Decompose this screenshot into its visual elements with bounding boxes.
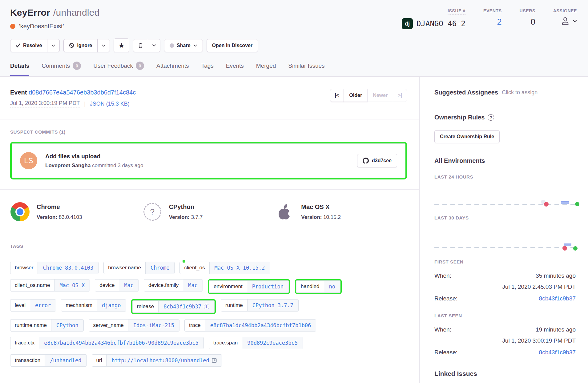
tag-key: trace.span	[209, 337, 242, 349]
tag-release: release8cb43f1c9b37i	[132, 300, 215, 313]
tag-value-link[interactable]: Production	[247, 281, 288, 292]
context-version: Version: 10.15.2	[301, 214, 341, 220]
tag-value-text: Production	[252, 283, 284, 290]
event-json-link[interactable]: JSON (15.3 KB)	[90, 101, 130, 107]
resolved-marker-dot	[575, 202, 579, 206]
tab-similar-issues[interactable]: Similar Issues	[288, 62, 324, 76]
chevron-down-icon	[152, 44, 156, 47]
older-event-button[interactable]: Older	[344, 89, 368, 102]
tag-value-link[interactable]: 8cb43f1c9b37i	[158, 301, 214, 312]
tag-value-text: django	[102, 302, 121, 308]
tag-row: browserChrome 83.0.4103browser.nameChrom…	[10, 262, 407, 274]
tag-key: mechanism	[61, 300, 97, 311]
info-icon[interactable]: i	[204, 304, 209, 309]
tag-key: client_os.name	[10, 279, 54, 291]
events-label: EVENTS	[483, 8, 502, 13]
tag-highlight-handled: handledno	[295, 279, 342, 294]
tag-value-link[interactable]: CPython	[51, 320, 83, 331]
tag-value-link[interactable]: /unhandled	[45, 355, 86, 366]
issue-type: KeyError	[10, 7, 50, 18]
tag-value-text: Mac	[188, 282, 198, 288]
context-text: Mac OS XVersion: 10.15.2	[301, 203, 341, 220]
tag-runtime: runtimeCPython 3.7.7	[221, 299, 299, 312]
last-seen-release-link[interactable]: 8cb43f1c9b37	[539, 349, 576, 356]
resolve-button[interactable]: Resolve	[10, 39, 47, 52]
tab-attachments[interactable]: Attachments	[156, 62, 189, 76]
help-icon[interactable]: ?	[488, 114, 494, 121]
tag-value-link[interactable]: CPython 3.7.7	[247, 300, 298, 311]
delete-dropdown-button[interactable]	[148, 39, 160, 52]
first-seen-release-link[interactable]: 8cb43f1c9b37	[539, 295, 576, 302]
tab-label: Details	[10, 62, 29, 69]
tag-highlight-environment: environmentProduction	[208, 279, 290, 294]
commit-author-avatar: LS	[20, 152, 37, 169]
context-version: Version: 83.0.4103	[37, 214, 82, 220]
tag-value-text: CPython	[56, 322, 79, 328]
external-link-icon	[212, 358, 217, 363]
context-name: CPython	[169, 203, 203, 211]
tag-value-text: Chrome 83.0.4103	[43, 265, 93, 271]
tag-value-link[interactable]: Mac	[119, 279, 139, 291]
commit-sha-button[interactable]: d3d7cee	[357, 154, 397, 167]
last-seen-when-label: When:	[434, 326, 451, 333]
tag-key: runtime	[221, 300, 247, 311]
bookmark-star-button[interactable]: ★	[114, 38, 129, 52]
tab-details[interactable]: Details	[10, 62, 29, 76]
tag-value-link[interactable]: Mac OS X	[54, 279, 90, 291]
create-ownership-rule-button[interactable]: Create Ownership Rule	[434, 130, 500, 143]
tag-browser-name: browser.nameChrome	[103, 262, 175, 274]
tag-value-link[interactable]: Mac	[183, 279, 203, 291]
chevron-down-icon	[102, 44, 106, 47]
tag-value-link[interactable]: e8c87ba1dc494bb2a4346bcfbf7b1b06	[205, 320, 316, 331]
tab-merged[interactable]: Merged	[256, 62, 276, 76]
tag-value-link[interactable]: Idos-iMac-215	[128, 320, 179, 331]
event-id-link[interactable]: d08d7667e4a5476eb3b3db6d7f14c84c	[29, 89, 136, 96]
tag-value-text: Mac OS X 10.15.2	[215, 265, 265, 271]
tag-value-link[interactable]: Chrome 83.0.4103	[38, 262, 98, 274]
tag-value-text: 8cb43f1c9b37	[163, 304, 201, 310]
delete-button[interactable]	[133, 39, 148, 52]
release-marker-bar	[561, 201, 569, 204]
tag-value-link[interactable]: django	[97, 300, 126, 311]
events-count[interactable]: 2	[483, 17, 502, 27]
tag-value-link[interactable]: 90d892c9eace3bc5	[242, 337, 303, 349]
resolve-dropdown-button[interactable]	[47, 39, 60, 52]
tab-count-badge: 0	[136, 62, 144, 70]
events-chart-30d	[434, 222, 576, 251]
open-in-discover-label: Open in Discover	[212, 43, 253, 48]
tag-value-link[interactable]: e8c87ba1dc494bb2a4346bcfbf7b1b06-90d892c…	[39, 337, 203, 349]
oldest-event-button[interactable]: |<	[330, 89, 344, 102]
django-project-icon: dj	[402, 18, 413, 29]
tab-events[interactable]: Events	[226, 62, 244, 76]
tag-value-text: /unhandled	[50, 357, 81, 364]
ignore-label: Ignore	[77, 43, 92, 48]
tag-key: browser	[10, 262, 38, 274]
open-in-discover-button[interactable]: Open in Discover	[207, 39, 258, 52]
assignee-dropdown[interactable]	[553, 16, 577, 26]
check-icon	[16, 43, 20, 47]
tag-value-link[interactable]: Mac OS X 10.15.2	[209, 262, 270, 274]
context-text: CPythonVersion: 3.7.7	[169, 203, 203, 220]
tag-value-link[interactable]: no	[324, 281, 340, 292]
last-seen-relative: 19 minutes ago	[536, 326, 576, 334]
tab-label: Attachments	[156, 62, 189, 69]
ignore-button[interactable]: Ignore	[63, 39, 98, 52]
tab-tags[interactable]: Tags	[201, 62, 214, 76]
ignore-dropdown-button[interactable]	[97, 39, 110, 52]
error-level-dot	[10, 24, 15, 29]
tag-value-text: e8c87ba1dc494bb2a4346bcfbf7b1b06	[210, 322, 311, 328]
tag-key: transaction	[10, 355, 45, 366]
share-button[interactable]: Share	[164, 39, 203, 52]
tag-value-link[interactable]: error	[30, 300, 56, 311]
tag-url: urlhttp://localhost:8000/unhandled	[92, 354, 222, 367]
chrome-icon	[10, 202, 30, 222]
unknown-runtime-icon: ?	[143, 202, 162, 222]
tab-comments[interactable]: Comments0	[42, 62, 81, 76]
chart-label-24h: LAST 24 HOURS	[434, 174, 576, 179]
suspect-commits-heading: SUSPECT COMMITS (1)	[10, 129, 407, 135]
tag-value-link[interactable]: Chrome	[145, 262, 174, 274]
tag-transaction: transaction/unhandled	[10, 354, 87, 367]
issue-location: /unhandled	[53, 7, 99, 18]
tab-user-feedback[interactable]: User Feedback0	[93, 62, 144, 76]
tag-value-link[interactable]: http://localhost:8000/unhandled	[106, 355, 221, 366]
